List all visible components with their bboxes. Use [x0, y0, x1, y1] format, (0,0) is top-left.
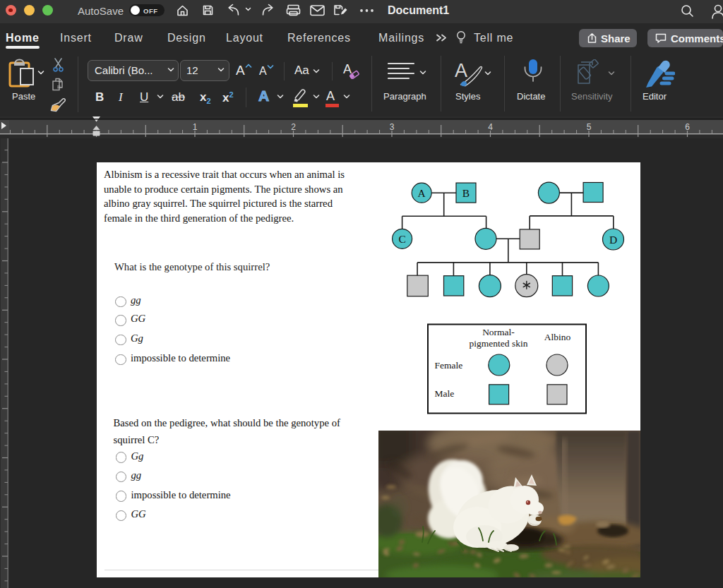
- svg-text:5: 5: [587, 122, 592, 132]
- svg-text:C: C: [398, 233, 405, 245]
- svg-text:Female: Female: [434, 360, 462, 371]
- svg-text:1: 1: [193, 122, 198, 132]
- svg-text:B: B: [462, 187, 469, 199]
- svg-text:pigmented skin: pigmented skin: [469, 338, 527, 349]
- svg-text:Normal-: Normal-: [482, 327, 515, 337]
- svg-text:Male: Male: [434, 388, 454, 399]
- svg-text:D: D: [609, 234, 616, 246]
- svg-text:2: 2: [291, 122, 296, 132]
- svg-text:4: 4: [488, 122, 493, 132]
- svg-text:3: 3: [390, 122, 395, 132]
- svg-text:Albino: Albino: [544, 332, 570, 342]
- svg-text:A: A: [417, 187, 426, 199]
- svg-text:6: 6: [685, 122, 690, 132]
